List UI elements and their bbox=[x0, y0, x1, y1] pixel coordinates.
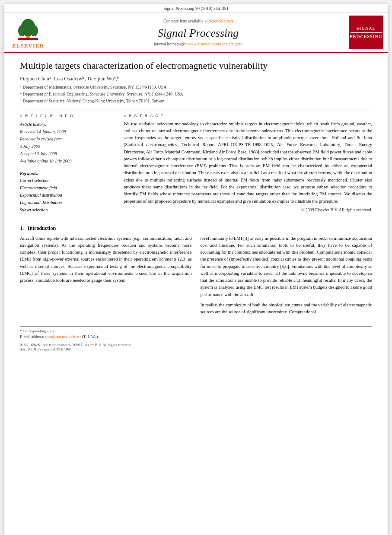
available-online: Available online 10 July 2009 bbox=[20, 159, 71, 163]
journal-header: ELSEVIER Contents lists available at Sci… bbox=[4, 13, 388, 53]
license-text: 0165-1684/$ - see front matter © 2009 El… bbox=[20, 343, 132, 347]
abstract-text: We use statistical selection methodology… bbox=[124, 121, 372, 205]
intro-right-para-1: level immunity to EMI [4] as early as po… bbox=[201, 235, 373, 298]
divider-2 bbox=[20, 218, 372, 218]
section-title: 1. Introduction bbox=[20, 225, 372, 232]
svg-point-3 bbox=[30, 25, 38, 36]
affiliation-a: ᵃ Department of Mathematics, Syracuse Un… bbox=[20, 84, 372, 91]
copyright: © 2009 Elsevier B.V. All rights reserved… bbox=[124, 207, 372, 212]
elsevier-tree-icon bbox=[13, 16, 43, 41]
journal-homepage: journal homepage: www.elsevier.com/locat… bbox=[51, 41, 345, 46]
keywords-label: Keywords: bbox=[20, 171, 38, 176]
journal-title: Signal Processing bbox=[51, 27, 345, 40]
received-date: Received 14 January 2009 bbox=[20, 129, 66, 134]
accepted-date: Accepted 3 July 2009 bbox=[20, 151, 57, 156]
journal-badge: SIGNAL PROCESSING bbox=[349, 16, 383, 49]
abstract-col: A B S T R A C T We use statistical selec… bbox=[124, 114, 372, 213]
keyword-1: Correct selection bbox=[20, 177, 115, 184]
footnote-email: E-mail address: tjwu@stat.ncku.edu.tw (T… bbox=[20, 334, 372, 340]
keywords-section: Keywords: Correct selection Electromagne… bbox=[20, 169, 115, 213]
badge-line2: PROCESSING bbox=[350, 34, 382, 39]
email-suffix: (T.-J. Wu). bbox=[82, 334, 99, 339]
affiliation-c: ᶜ Department of Statistics, National Che… bbox=[20, 98, 372, 105]
article-history: Article history: Received 14 January 200… bbox=[20, 121, 115, 165]
elsevier-logo: ELSEVIER bbox=[9, 16, 48, 49]
authors: Pinyuen Chenᵃ, Lisa Osadciwᵇ, Tiee-jian … bbox=[20, 76, 372, 82]
body-left-col: Aircraft come replete with interconnecte… bbox=[20, 235, 192, 319]
footnote-area: * Corresponding author. E-mail address: … bbox=[20, 326, 372, 351]
bottom-info: 0165-1684/$ - see front matter © 2009 El… bbox=[20, 343, 372, 351]
introduction-section: 1. Introduction Aircraft come replete wi… bbox=[20, 225, 372, 319]
article-info-heading: A R T I C L E I N F O bbox=[20, 114, 115, 118]
received-revised-label: Received in revised form bbox=[20, 137, 63, 141]
homepage-link[interactable]: www.elsevier.com/locate/sigpro bbox=[187, 41, 242, 46]
sciencedirect-link[interactable]: ScienceDirect bbox=[209, 19, 233, 23]
body-right-col: level immunity to EMI [4] as early as po… bbox=[201, 235, 373, 319]
abstract-heading: A B S T R A C T bbox=[124, 114, 372, 118]
affiliations: ᵃ Department of Mathematics, Syracuse Un… bbox=[20, 84, 372, 105]
email-label: E-mail address: bbox=[20, 334, 44, 339]
badge-line1: SIGNAL bbox=[357, 26, 376, 31]
section-number: 1. bbox=[20, 225, 24, 231]
article-info-abstract: A R T I C L E I N F O Article history: R… bbox=[20, 114, 372, 213]
contents-line: Contents lists available at ScienceDirec… bbox=[51, 19, 345, 23]
history-label: Article history: bbox=[20, 121, 115, 128]
main-content: Multiple targets characterization of ele… bbox=[4, 53, 388, 358]
intro-left-para-1: Aircraft come replete with interconnecte… bbox=[20, 235, 192, 284]
article-info-col: A R T I C L E I N F O Article history: R… bbox=[20, 114, 115, 213]
keyword-4: Log-normal distribution bbox=[20, 199, 115, 206]
intro-right-para-2: In reality, the complexity of both the p… bbox=[201, 302, 373, 316]
footnote-corresponding: * Corresponding author. bbox=[20, 328, 372, 334]
svg-rect-4 bbox=[18, 38, 38, 40]
keyword-2: Electromagnetic field bbox=[20, 184, 115, 191]
received-revised-date: 3 July 2009 bbox=[20, 144, 40, 149]
journal-center: Contents lists available at ScienceDirec… bbox=[51, 16, 345, 49]
elsevier-brand-text: ELSEVIER bbox=[12, 42, 44, 49]
email-link[interactable]: tjwu@stat.ncku.edu.tw bbox=[45, 334, 81, 339]
body-two-col: Aircraft come replete with interconnecte… bbox=[20, 235, 372, 319]
svg-point-2 bbox=[18, 25, 26, 36]
citation-bar: Signal Processing 90 (2010) 344–351 bbox=[4, 4, 388, 13]
article-title: Multiple targets characterization of ele… bbox=[20, 60, 372, 72]
doi-text: doi:10.1016/j.sigpro.2009.07.001 bbox=[20, 347, 72, 351]
citation-text: Signal Processing 90 (2010) 344–351 bbox=[163, 6, 229, 11]
keyword-3: Exponential distribution bbox=[20, 191, 115, 199]
divider-1 bbox=[20, 109, 372, 109]
section-heading-text: Introduction bbox=[28, 225, 56, 231]
affiliation-b: ᵇ Department of Electrical Engineering, … bbox=[20, 91, 372, 98]
corresponding-author-label: * Corresponding author. bbox=[20, 329, 57, 333]
page: Signal Processing 90 (2010) 344–351 ELSE… bbox=[4, 4, 388, 535]
keyword-5: Subset selection bbox=[20, 206, 115, 213]
